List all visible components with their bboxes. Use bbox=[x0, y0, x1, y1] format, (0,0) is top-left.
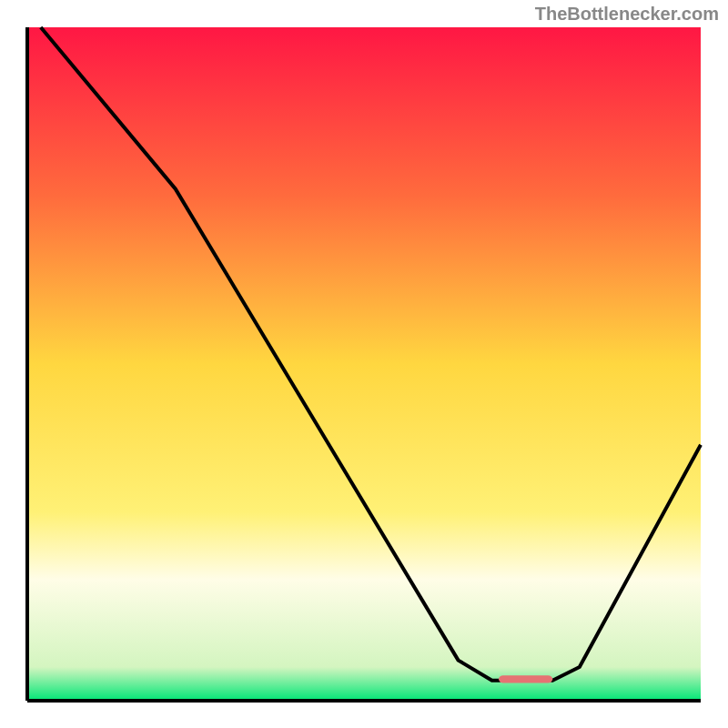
bottleneck-chart bbox=[0, 0, 728, 728]
watermark-text: TheBottlenecker.com bbox=[535, 4, 719, 25]
optimal-marker bbox=[499, 675, 552, 682]
plot-background bbox=[27, 27, 701, 701]
chart-container: TheBottlenecker.com bbox=[0, 0, 728, 728]
